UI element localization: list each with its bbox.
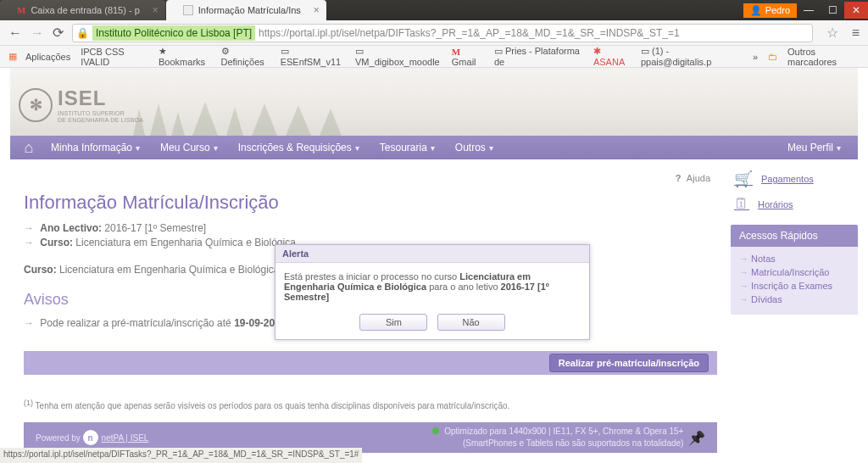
page: ✻ ISEL INSTITUTO SUPERIOR DE ENGENHARIA … [0,68,868,463]
sidebar-quick-links: Notas Matrícula/Inscrição Inscrição a Ex… [731,247,858,315]
footnote-num: (1) [24,399,33,407]
sidebar-horarios-label: Horários [758,199,793,209]
sidebar-link-matricula[interactable]: Matrícula/Inscrição [739,265,849,279]
chevron-down-icon: ▾ [489,143,493,153]
modal-title: Alerta [275,245,589,263]
logo-icon: ✻ [19,88,53,122]
modal-text-pre: Está prestes a iniciar o processo no cur… [284,271,459,282]
minimize-button[interactable]: — [797,2,821,19]
help-icon: ? [676,173,682,183]
sidebar: 🛒 Pagamentos 🗓 Horários Acessos Rápidos … [731,159,858,453]
curso-value: Licenciatura em Engenharia Química e Bio… [75,237,295,248]
trees-decoration [129,102,349,136]
user-badge[interactable]: 👤 Pedro [743,3,797,18]
menu-meu-curso[interactable]: Meu Curso▾ [150,142,228,153]
url-input[interactable]: 🔒 Instituto Politécnico de Lisboa [PT] h… [72,24,813,42]
netpa-icon: n [83,430,98,445]
browser-tab-inactive[interactable]: M Caixa de entrada (815) - p × [0,0,165,20]
aviso-pre: Pode realizar a pré-matrícula/inscrição … [40,317,234,329]
close-window-button[interactable]: ✕ [844,2,868,19]
browser-tab-active[interactable]: Informação Matrícula/Ins × [166,0,326,20]
bookmark-item[interactable]: ▭ Pries - Plataforma de [494,46,583,67]
modal-no-button[interactable]: Não [437,314,505,331]
chevron-down-icon: ▾ [837,143,841,153]
modal-body: Está prestes a iniciar o processo no cur… [275,263,589,307]
pin-icon[interactable]: 📌 [688,430,705,446]
logo: ✻ ISEL INSTITUTO SUPERIOR DE ENGENHARIA … [19,86,143,123]
url-cert-label: Instituto Politécnico de Lisboa [PT] [92,25,255,41]
chevron-down-icon: ▾ [136,143,140,153]
chevron-down-icon: ▾ [431,143,435,153]
back-button[interactable]: ← [8,25,22,41]
menu-tesouraria[interactable]: Tesouraria▾ [370,142,445,153]
close-icon[interactable]: × [314,4,320,16]
realizar-button[interactable]: Realizar pré-matrícula/inscrição [549,354,709,372]
forward-button[interactable]: → [31,25,44,41]
sidebar-pagamentos[interactable]: 🛒 Pagamentos [731,166,858,192]
help-label: Ajuda [687,173,710,183]
arrow-icon: → [24,222,34,234]
ano-lectivo-line: → Ano Lectivo: 2016-17 [1º Semestre] [24,222,717,234]
help-link[interactable]: ? Ajuda [24,170,717,192]
sidebar-link-exames[interactable]: Inscrição a Exames [739,279,849,293]
window-titlebar: M Caixa de entrada (815) - p × Informaçã… [0,0,868,20]
chevron-right-icon[interactable]: » [753,52,758,62]
footnote: (1) Tenha em atenção que apenas serão vi… [24,399,717,410]
bookmark-item[interactable]: ⚙ Definições [221,46,270,67]
calendar-icon: 🗓 [734,195,749,213]
user-name: Pedro [765,5,790,15]
bookmark-star-icon[interactable]: ☆ [821,25,843,41]
curso-label: Curso: [40,237,73,248]
bookmark-item[interactable]: IPCB CSS IVALID [81,47,148,67]
cart-icon: 🛒 [734,170,753,188]
sidebar-pagamentos-label: Pagamentos [761,174,814,184]
footer-opt2: (SmartPhones e Tablets não são suportado… [432,438,683,449]
menu-minha-informacao[interactable]: Minha Informação▾ [41,142,150,153]
address-bar: ← → ⟳ 🔒 Instituto Politécnico de Lisboa … [0,20,868,46]
modal-yes-button[interactable]: Sim [359,314,427,331]
ano-value: 2016-17 [1º Semestre] [104,222,206,234]
powered-label: Powered by [36,433,81,443]
header-banner: ✻ ISEL INSTITUTO SUPERIOR DE ENGENHARIA … [10,68,858,136]
footnote-text: Tenha em atenção que apenas serão visíve… [36,401,510,410]
curso-line-label: Curso: [24,264,57,276]
menu-inscricoes[interactable]: Inscrições & Requisições▾ [228,142,370,153]
bookmarks-bar: ▦ Aplicações IPCB CSS IVALID ★ Bookmarks… [0,46,868,68]
sidebar-link-notas[interactable]: Notas [739,252,849,265]
sidebar-horarios[interactable]: 🗓 Horários [731,192,858,216]
home-icon[interactable]: ⌂ [17,139,41,157]
status-bar: https://portal.ipl.pt/isel/netpa/DIFTask… [0,448,362,463]
user-icon: 👤 [750,5,762,16]
ano-label: Ano Lectivo: [40,222,102,234]
curso-line-value: Licenciatura em Engenharia Química e Bio… [59,264,279,276]
sidebar-link-dividas[interactable]: Dívidas [739,293,849,306]
menu-outros[interactable]: Outros▾ [445,142,504,153]
apps-icon[interactable]: ▦ [8,51,15,62]
maximize-button[interactable]: ☐ [821,2,844,19]
reload-button[interactable]: ⟳ [53,25,64,41]
menu-icon[interactable]: ≡ [852,25,860,41]
bookmark-item[interactable]: M Gmail [452,47,484,67]
close-icon[interactable]: × [153,4,159,16]
footer-brand[interactable]: netPA | ISEL [102,433,149,443]
url-text: https://portal.ipl.pt/isel/netpa/DIFTask… [255,27,680,39]
chevron-down-icon: ▾ [214,143,218,153]
tab-label: Informação Matrícula/Ins [198,5,301,15]
page-icon [183,5,193,15]
status-dot-icon [432,427,439,434]
modal-buttons: Sim Não [275,307,589,339]
modal-text-mid: para o ano letivo [426,282,500,292]
menu-meu-perfil[interactable]: Meu Perfil▾ [777,142,851,153]
bookmark-item[interactable]: ▭ (1) - ppais@digitalis.p [641,46,732,67]
tab-label: Caixa de entrada (815) - p [31,5,139,15]
bookmark-item[interactable]: ★ Bookmarks [159,46,210,67]
bookmark-item[interactable]: ✱ ASANA [593,46,631,67]
gmail-icon: M [17,5,25,15]
lock-icon: 🔒 [73,27,92,39]
other-bookmarks[interactable]: Outros marcadores [787,47,860,67]
apps-label[interactable]: Aplicações [25,52,70,62]
action-bar: Realizar pré-matrícula/inscrição [24,351,717,375]
arrow-icon: → [24,317,34,329]
bookmark-item[interactable]: ▭ ESEnfSM_v11 [281,46,345,67]
bookmark-item[interactable]: ▭ VM_digibox_moodle [355,46,442,67]
